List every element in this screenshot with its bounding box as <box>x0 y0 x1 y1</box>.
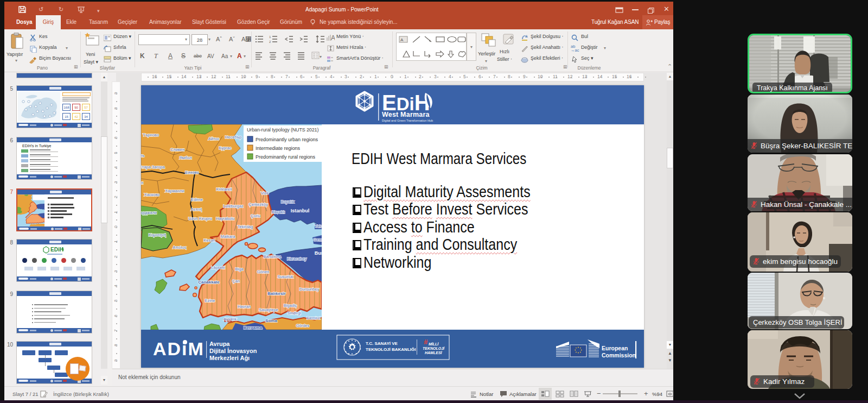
svg-text:Edirne: Edirne <box>191 197 203 202</box>
svg-text:Hayrabolu: Hayrabolu <box>216 216 234 221</box>
svg-text:Demirci: Demirci <box>307 316 321 320</box>
svg-text:Soma: Soma <box>265 318 277 323</box>
svg-text:#: # <box>424 338 428 346</box>
svg-text:Malkara: Malkara <box>221 234 236 239</box>
svg-text:Dijital İnovasyon: Dijital İnovasyon <box>209 348 257 354</box>
svg-text:West Marmara: West Marmara <box>382 111 430 118</box>
svg-text:1: 1 <box>269 35 271 39</box>
svg-text:Търново: Търново <box>143 133 159 137</box>
svg-text:Intermediate regions: Intermediate regions <box>256 146 301 151</box>
svg-text:лъ: лъ <box>141 153 145 158</box>
svg-text:Харманли: Харманли <box>165 188 184 193</box>
svg-text:Κομοτηνή: Κομοτηνή <box>149 232 167 237</box>
svg-text:2: 2 <box>269 40 271 43</box>
svg-text:Gemli: Gemli <box>313 237 322 242</box>
svg-text:Yalo: Yalo <box>315 224 322 229</box>
svg-text:MİLLİ: MİLLİ <box>429 342 439 346</box>
svg-text:Бургас: Бургас <box>219 146 231 150</box>
svg-text:▾: ▾ <box>320 54 322 59</box>
svg-text:Dursunbey: Dursunbey <box>299 287 320 292</box>
svg-text:T.C. SANAYİ VE: T.C. SANAYİ VE <box>366 341 398 346</box>
svg-text:HAMLESİ: HAMLESİ <box>425 351 443 355</box>
svg-text:Uzun Keupru: Uzun Keupru <box>188 216 212 221</box>
svg-text:TEKNOLOJİ BAKANLIĞI: TEKNOLOJİ BAKANLIĞI <box>366 347 416 352</box>
svg-text:Çanakkale: Çanakkale <box>198 280 220 285</box>
svg-text:Сливен: Сливен <box>170 147 184 152</box>
svg-text:Bandırma: Bandırma <box>264 254 282 259</box>
svg-text:Luleburgaz: Luleburgaz <box>223 204 243 209</box>
svg-text:Хасково: Хасково <box>144 192 160 197</box>
svg-text:A: A <box>331 34 335 41</box>
svg-text:Boyalık: Boyalık <box>281 199 295 204</box>
svg-text:ан: ан <box>141 180 143 185</box>
svg-text:Bergama: Bergama <box>244 325 263 330</box>
svg-text:Savaştepe: Savaştepe <box>259 307 278 312</box>
svg-text:Елхово: Елхово <box>185 170 199 175</box>
svg-text:Çorlu: Çorlu <box>251 213 260 218</box>
svg-text:Несебър: Несебър <box>225 135 241 140</box>
svg-text:Susurluk: Susurluk <box>277 274 293 279</box>
svg-text:Merkezleri Ağı: Merkezleri Ağı <box>209 355 250 361</box>
svg-text:Vize: Vize <box>261 191 269 196</box>
svg-text:Urban-rural typology (NUTS 202: Urban-rural typology (NUTS 2021) <box>247 127 318 133</box>
svg-text:Biga: Biga <box>235 267 244 272</box>
svg-text:Havran: Havran <box>238 304 251 309</box>
svg-text:Çerkezköy: Çerkezköy <box>248 202 268 207</box>
svg-text:Λεπτή: Λεπτή <box>191 207 202 212</box>
svg-text:Sindirgi: Sindirgi <box>287 311 301 316</box>
svg-text:Digital and Green Transformati: Digital and Green Transformation Hub <box>382 119 433 122</box>
svg-text:Kirklareli: Kirklareli <box>216 187 232 192</box>
svg-text:Predominantly urban regions: Predominantly urban regions <box>256 137 318 142</box>
svg-text:Gördes: Gördes <box>296 323 310 328</box>
svg-text:European: European <box>602 345 628 351</box>
svg-text:A: A <box>400 37 404 42</box>
svg-text:ADiM: ADiM <box>153 339 205 358</box>
svg-text:Lâpseki: Lâpseki <box>211 265 225 270</box>
svg-text:TEKNOLOJİ: TEKNOLOJİ <box>423 347 445 350</box>
svg-text:ьрджали: ьрджали <box>141 210 157 215</box>
svg-text:Istanbul: Istanbul <box>291 208 310 213</box>
svg-text:Ямбол: Ямбол <box>179 155 192 160</box>
svg-text:Karacabey: Karacabey <box>287 256 307 261</box>
svg-text:Avrupa: Avrupa <box>209 341 230 347</box>
svg-text:Commission: Commission <box>602 352 636 358</box>
svg-text:Стара Загора: Стара Загора <box>141 165 165 169</box>
svg-text:Ezine: Ezine <box>205 298 215 303</box>
svg-text:Gönen: Gönen <box>257 269 270 274</box>
svg-text:Predominantly rural regions: Predominantly rural regions <box>256 154 316 160</box>
svg-text:Burs: Burs <box>315 250 322 256</box>
svg-text:Απολος: Απολος <box>173 245 187 250</box>
svg-text:Kesan: Kesan <box>203 238 215 243</box>
svg-text:Çan: Çan <box>232 279 240 284</box>
svg-text:Balıkesir: Balıkesir <box>267 291 285 296</box>
svg-text:Tekirdag: Tekirdag <box>238 224 253 229</box>
svg-text:EDiH: EDiH <box>50 247 63 253</box>
svg-text:Ayvalık: Ayvalık <box>224 317 237 322</box>
svg-text:Kavaklı: Kavaklı <box>272 210 285 215</box>
svg-text:Айтос: Айтос <box>208 136 220 141</box>
svg-text:Bigadiç: Bigadiç <box>284 303 297 308</box>
